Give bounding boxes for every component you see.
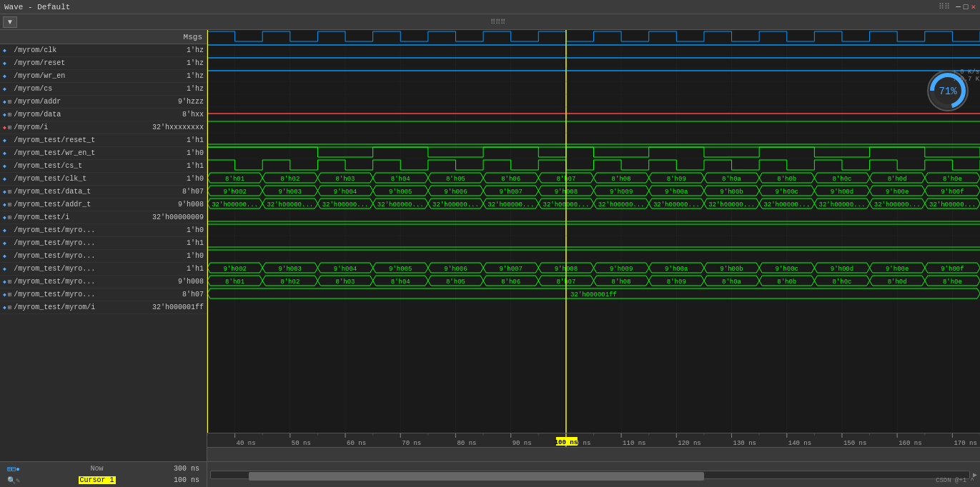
signal-row[interactable]: ◆ · /myrom_test/reset_t 1'h1 bbox=[0, 134, 207, 147]
signal-value: 8'h07 bbox=[142, 291, 207, 298]
svg-text:80 ns: 80 ns bbox=[457, 440, 476, 447]
svg-text:8'h01: 8'h01 bbox=[225, 278, 244, 286]
svg-text:8'h0a: 8'h0a bbox=[722, 176, 742, 183]
svg-text:9'h007: 9'h007 bbox=[499, 189, 522, 196]
signal-row[interactable]: ◆ · /myrom/cs 1'hz bbox=[0, 83, 207, 96]
svg-text:9'h00c: 9'h00c bbox=[776, 189, 798, 196]
signal-name-cell: ◆ ⊞ /myrom_test/myrom/i bbox=[0, 303, 142, 311]
signal-row[interactable]: ◆ ⊞ /myrom/addr 9'hzzz bbox=[0, 96, 207, 109]
svg-text:32'h00000...: 32'h00000... bbox=[377, 201, 424, 209]
svg-text:8'h04: 8'h04 bbox=[391, 278, 410, 286]
perf-bottom: 0.7 K/s bbox=[960, 76, 980, 83]
signal-label: /myrom/wr_en bbox=[14, 72, 65, 80]
signal-value: 8'hxx bbox=[142, 111, 207, 119]
time-ruler[interactable]: 40 ns50 ns60 ns70 ns80 ns90 ns100 ns110 … bbox=[207, 433, 980, 448]
signal-row[interactable]: ◆ · /myrom_test/cs_t 1'h1 bbox=[0, 160, 207, 173]
signal-row[interactable]: ◆ · /myrom_test/myro... 1'h0 bbox=[0, 250, 207, 263]
minimize-btn[interactable]: ─ bbox=[956, 3, 961, 11]
signal-value: 1'h0 bbox=[142, 252, 207, 260]
signal-row[interactable]: ◆ · /myrom_test/clk_t 1'h0 bbox=[0, 173, 207, 186]
signal-value: 1'h1 bbox=[142, 136, 207, 144]
svg-text:32'h00000...: 32'h00000... bbox=[708, 201, 755, 209]
svg-text:8'h0c: 8'h0c bbox=[832, 278, 851, 286]
signal-label: /myrom_test/myrom/i bbox=[14, 303, 95, 311]
svg-text:8'h02: 8'h02 bbox=[280, 278, 300, 286]
signal-value: 1'hz bbox=[142, 85, 207, 93]
signal-label: /myrom/addr bbox=[14, 98, 61, 106]
signal-list[interactable]: ◆ · /myrom/clk 1'hz ◆ · /myrom/reset 1'h… bbox=[0, 44, 207, 461]
signal-value: 1'h0 bbox=[142, 175, 207, 183]
perf-gauge: 71% ↑ 0 K/s ↓ 0.7 K/s bbox=[923, 66, 966, 109]
svg-text:32'h00000...: 32'h00000... bbox=[874, 201, 921, 209]
signal-label: /myrom/data bbox=[14, 111, 61, 119]
signal-row[interactable]: ◆ · /myrom_test/myro... 1'h1 bbox=[0, 263, 207, 276]
cursor-value: 100 ns bbox=[174, 476, 199, 484]
wave-canvas[interactable]: 8'h018'h028'h038'h048'h058'h068'h078'h08… bbox=[207, 30, 980, 433]
svg-text:9'h003: 9'h003 bbox=[279, 189, 302, 196]
signal-label: /myrom_test/wr_en_t bbox=[14, 149, 95, 157]
maximize-btn[interactable]: □ bbox=[964, 3, 969, 11]
svg-text:8'h0e: 8'h0e bbox=[943, 278, 962, 286]
svg-text:8'h05: 8'h05 bbox=[446, 176, 465, 183]
now-value: 300 ns bbox=[174, 465, 199, 473]
h-scrollbar-thumb[interactable] bbox=[249, 472, 704, 481]
signal-label: /myrom_test/i bbox=[14, 214, 69, 221]
bottom-status-area: ⊞⊟● Now 300 ns 🔍✎ Cursor 1 100 ns ▶ CSDN… bbox=[0, 461, 980, 487]
now-label: Now bbox=[91, 465, 104, 473]
signal-name-cell: ◆ · /myrom_test/myro... bbox=[0, 252, 142, 260]
signal-name-cell: ◆ ⊞ /myrom_test/myro... bbox=[0, 278, 142, 286]
signal-row[interactable]: ◆ · /myrom/wr_en 1'hz bbox=[0, 70, 207, 83]
signal-msgs-header: Msgs bbox=[142, 33, 207, 41]
signal-panel: Msgs ◆ · /myrom/clk 1'hz ◆ · /myrom/rese… bbox=[0, 30, 207, 461]
svg-text:9'h00d: 9'h00d bbox=[831, 189, 853, 196]
signal-row[interactable]: ◆ · /myrom_test/myro... 1'h0 bbox=[0, 224, 207, 237]
toolbar-center-grip: ⠿⠿⠿ bbox=[490, 18, 505, 26]
signal-name-cell: ◆ ⊞ /myrom_test/addr_t bbox=[0, 201, 142, 209]
csdn-badge: CSDN @+1 ^ bbox=[936, 477, 974, 484]
signal-label: /myrom/i bbox=[14, 124, 48, 131]
toolbar-dropdown[interactable]: ▼ bbox=[3, 16, 17, 28]
close-btn[interactable]: ✕ bbox=[971, 2, 976, 11]
signal-row[interactable]: ◆ ⊞ /myrom/i 32'hxxxxxxxx bbox=[0, 121, 207, 134]
svg-text:8'h06: 8'h06 bbox=[501, 176, 520, 183]
svg-text:9'h009: 9'h009 bbox=[610, 189, 633, 196]
signal-row[interactable]: ◆ · /myrom/reset 1'hz bbox=[0, 57, 207, 70]
wave-area[interactable]: 8'h018'h028'h038'h048'h058'h068'h078'h08… bbox=[207, 30, 980, 461]
signal-value: 1'h1 bbox=[142, 239, 207, 247]
signal-row[interactable]: ◆ · /myrom_test/myro... 1'h1 bbox=[0, 237, 207, 250]
svg-text:8'h08: 8'h08 bbox=[612, 278, 631, 286]
signal-value: 1'hz bbox=[142, 59, 207, 67]
signal-name-cell: ◆ ⊞ /myrom_test/myro... bbox=[0, 291, 142, 298]
signal-label: /myrom_test/data_t bbox=[14, 188, 91, 196]
signal-row[interactable]: ◆ ⊞ /myrom_test/i 32'h00000009 bbox=[0, 211, 207, 224]
signal-label: /myrom_test/addr_t bbox=[14, 201, 91, 209]
svg-text:8'h0b: 8'h0b bbox=[777, 278, 796, 286]
svg-text:9'h003: 9'h003 bbox=[279, 266, 302, 273]
signal-label: /myrom_test/cs_t bbox=[14, 162, 82, 170]
signal-name-cell: ◆ · /myrom_test/myro... bbox=[0, 239, 142, 247]
signal-label: /myrom/cs bbox=[14, 85, 52, 93]
svg-text:120 ns: 120 ns bbox=[678, 440, 701, 447]
signal-row[interactable]: ◆ · /myrom/clk 1'hz bbox=[0, 44, 207, 57]
svg-text:70 ns: 70 ns bbox=[402, 440, 421, 447]
signal-row[interactable]: ◆ ⊞ /myrom_test/data_t 8'h07 bbox=[0, 186, 207, 199]
signal-row[interactable]: ◆ ⊞ /myrom/data 8'hxx bbox=[0, 109, 207, 121]
signal-row[interactable]: ◆ ⊞ /myrom_test/myro... 9'h008 bbox=[0, 276, 207, 288]
svg-text:32'h00000...: 32'h00000... bbox=[432, 201, 479, 209]
signal-value: 32'h000001ff bbox=[142, 303, 207, 311]
cursor-icons: 🔍✎ bbox=[7, 476, 20, 485]
signal-name-cell: ◆ · /myrom/wr_en bbox=[0, 72, 142, 80]
signal-row[interactable]: ◆ ⊞ /myrom_test/addr_t 9'h008 bbox=[0, 199, 207, 211]
resize-handle[interactable]: ⠿⠿ bbox=[939, 2, 950, 11]
signal-row[interactable]: ◆ ⊞ /myrom_test/myro... 8'h07 bbox=[0, 288, 207, 301]
signal-label: /myrom_test/myro... bbox=[14, 239, 95, 247]
wave-svg: 8'h018'h028'h038'h048'h058'h068'h078'h08… bbox=[207, 30, 980, 433]
signal-label: /myrom/reset bbox=[14, 59, 65, 67]
signal-row[interactable]: ◆ ⊞ /myrom_test/myrom/i 32'h000001ff bbox=[0, 301, 207, 314]
signal-label: /myrom_test/clk_t bbox=[14, 175, 86, 183]
svg-text:9'h00c: 9'h00c bbox=[776, 266, 798, 273]
h-scrollbar-track[interactable] bbox=[210, 471, 970, 479]
perf-top: 0 K/s bbox=[960, 69, 979, 76]
signal-row[interactable]: ◆ · /myrom_test/wr_en_t 1'h0 bbox=[0, 147, 207, 160]
svg-text:8'h03: 8'h03 bbox=[336, 278, 355, 286]
